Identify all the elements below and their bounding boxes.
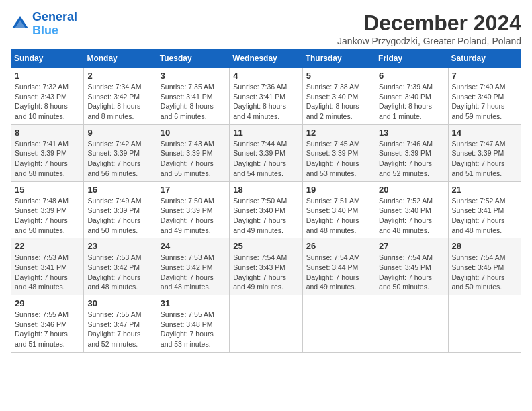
calendar-cell: 24 Sunrise: 7:53 AM Sunset: 3:42 PM Dayl… [157,238,229,295]
day-number: 25 [233,241,298,251]
sunset-label: Sunset: 3:42 PM [87,263,140,271]
day-number: 16 [87,185,152,195]
day-number: 10 [161,128,226,138]
day-info: Sunrise: 7:54 AM Sunset: 3:45 PM Dayligh… [379,253,444,292]
sunrise-label: Sunrise: 7:54 AM [233,253,287,261]
day-info: Sunrise: 7:46 AM Sunset: 3:39 PM Dayligh… [379,139,444,179]
day-info: Sunrise: 7:32 AM Sunset: 3:43 PM Dayligh… [15,82,80,122]
day-number: 9 [87,128,152,138]
daylight-label: Daylight: 7 hours and 48 minutes. [379,216,432,234]
calendar-cell: 25 Sunrise: 7:54 AM Sunset: 3:43 PM Dayl… [230,238,302,295]
calendar-cell [448,295,521,353]
sunset-label: Sunset: 3:42 PM [161,263,213,271]
day-number: 20 [379,185,444,195]
sunset-label: Sunset: 3:43 PM [15,93,67,101]
logo-text: General Blue [32,11,77,38]
sunset-label: Sunset: 3:39 PM [87,149,140,157]
day-number: 19 [306,185,371,195]
calendar-cell [230,295,302,353]
calendar-cell: 31 Sunrise: 7:55 AM Sunset: 3:48 PM Dayl… [157,295,229,353]
calendar-table: SundayMondayTuesdayWednesdayThursdayFrid… [11,49,521,353]
daylight-label: Daylight: 7 hours and 49 minutes. [233,273,286,291]
day-number: 28 [452,241,517,251]
day-number: 18 [233,185,298,195]
sunset-label: Sunset: 3:45 PM [452,263,504,271]
calendar-cell: 27 Sunrise: 7:54 AM Sunset: 3:45 PM Dayl… [375,238,448,295]
calendar-cell [375,295,448,353]
daylight-label: Daylight: 8 hours and 2 minutes. [306,102,359,120]
daylight-label: Daylight: 7 hours and 50 minutes. [15,216,68,234]
day-info: Sunrise: 7:55 AM Sunset: 3:46 PM Dayligh… [15,310,80,349]
sunrise-label: Sunrise: 7:50 AM [233,197,287,205]
calendar-cell: 3 Sunrise: 7:35 AM Sunset: 3:41 PM Dayli… [157,68,229,125]
day-number: 17 [161,185,226,195]
calendar-cell [302,295,375,353]
sunset-label: Sunset: 3:40 PM [379,206,431,214]
daylight-label: Daylight: 7 hours and 53 minutes. [306,159,359,177]
day-info: Sunrise: 7:44 AM Sunset: 3:39 PM Dayligh… [233,139,298,179]
calendar-cell: 13 Sunrise: 7:46 AM Sunset: 3:39 PM Dayl… [375,124,448,181]
sunset-label: Sunset: 3:39 PM [306,149,359,157]
day-number: 8 [15,128,80,138]
calendar-cell: 5 Sunrise: 7:38 AM Sunset: 3:40 PM Dayli… [302,68,375,125]
sunset-label: Sunset: 3:39 PM [15,149,67,157]
day-info: Sunrise: 7:55 AM Sunset: 3:48 PM Dayligh… [161,310,226,349]
calendar-cell: 18 Sunrise: 7:50 AM Sunset: 3:40 PM Dayl… [230,181,302,238]
sunrise-label: Sunrise: 7:35 AM [161,83,214,91]
day-info: Sunrise: 7:47 AM Sunset: 3:39 PM Dayligh… [452,139,517,179]
day-number: 22 [15,241,80,251]
day-info: Sunrise: 7:43 AM Sunset: 3:39 PM Dayligh… [161,139,226,179]
sunrise-label: Sunrise: 7:39 AM [379,83,433,91]
sunrise-label: Sunrise: 7:50 AM [161,197,214,205]
calendar-cell: 4 Sunrise: 7:36 AM Sunset: 3:41 PM Dayli… [230,68,302,125]
sunset-label: Sunset: 3:46 PM [15,320,67,328]
location-title: Jankow Przygodzki, Greater Poland, Polan… [337,36,521,46]
daylight-label: Daylight: 7 hours and 50 minutes. [379,273,432,291]
calendar-cell: 29 Sunrise: 7:55 AM Sunset: 3:46 PM Dayl… [11,295,84,353]
day-number: 26 [306,241,371,251]
sunset-label: Sunset: 3:41 PM [161,93,213,101]
day-number: 13 [379,128,444,138]
month-title: December 2024 [337,11,521,36]
daylight-label: Daylight: 7 hours and 51 minutes. [452,159,505,177]
sunrise-label: Sunrise: 7:52 AM [379,197,433,205]
day-number: 15 [15,185,80,195]
day-info: Sunrise: 7:52 AM Sunset: 3:41 PM Dayligh… [452,196,517,236]
sunrise-label: Sunrise: 7:54 AM [379,253,433,261]
calendar-cell: 22 Sunrise: 7:53 AM Sunset: 3:41 PM Dayl… [11,238,84,295]
day-info: Sunrise: 7:54 AM Sunset: 3:43 PM Dayligh… [233,253,298,292]
day-number: 5 [306,71,371,81]
calendar-cell: 30 Sunrise: 7:55 AM Sunset: 3:47 PM Dayl… [84,295,157,353]
weekday-header-tuesday: Tuesday [157,50,229,68]
sunrise-label: Sunrise: 7:54 AM [452,253,506,261]
daylight-label: Daylight: 7 hours and 58 minutes. [15,159,68,177]
page-header: General Blue December 2024 Jankow Przygo… [11,11,521,46]
sunrise-label: Sunrise: 7:55 AM [87,310,141,318]
day-info: Sunrise: 7:52 AM Sunset: 3:40 PM Dayligh… [379,196,444,236]
sunrise-label: Sunrise: 7:45 AM [306,140,360,148]
daylight-label: Daylight: 7 hours and 48 minutes. [306,216,359,234]
day-number: 23 [87,241,152,251]
sunset-label: Sunset: 3:39 PM [161,206,213,214]
sunset-label: Sunset: 3:40 PM [233,206,285,214]
sunrise-label: Sunrise: 7:48 AM [15,197,69,205]
day-number: 4 [233,71,298,81]
calendar-cell: 9 Sunrise: 7:42 AM Sunset: 3:39 PM Dayli… [84,124,157,181]
sunset-label: Sunset: 3:40 PM [452,93,504,101]
day-info: Sunrise: 7:51 AM Sunset: 3:40 PM Dayligh… [306,196,371,236]
sunrise-label: Sunrise: 7:55 AM [161,310,214,318]
day-number: 6 [379,71,444,81]
day-info: Sunrise: 7:41 AM Sunset: 3:39 PM Dayligh… [15,139,80,179]
calendar-cell: 12 Sunrise: 7:45 AM Sunset: 3:39 PM Dayl… [302,124,375,181]
day-number: 21 [452,185,517,195]
day-info: Sunrise: 7:53 AM Sunset: 3:42 PM Dayligh… [161,253,226,292]
sunset-label: Sunset: 3:39 PM [379,149,431,157]
sunset-label: Sunset: 3:48 PM [161,320,213,328]
logo: General Blue [11,11,77,38]
calendar-cell: 10 Sunrise: 7:43 AM Sunset: 3:39 PM Dayl… [157,124,229,181]
daylight-label: Daylight: 7 hours and 49 minutes. [306,273,359,291]
sunset-label: Sunset: 3:41 PM [15,263,67,271]
day-number: 2 [87,71,152,81]
sunrise-label: Sunrise: 7:47 AM [452,140,506,148]
weekday-header-monday: Monday [84,50,157,68]
